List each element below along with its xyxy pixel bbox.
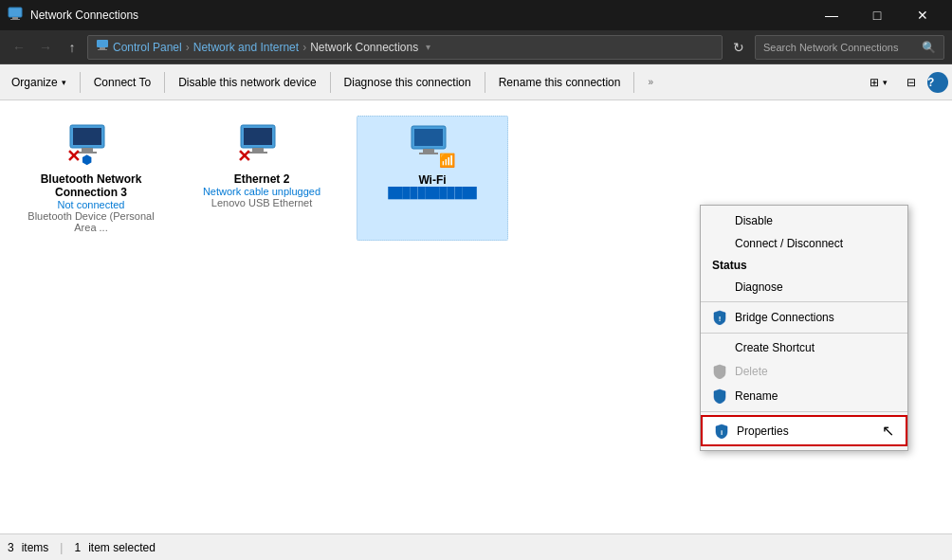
- toolbar-separator-3: [330, 72, 331, 93]
- back-button[interactable]: ←: [8, 36, 30, 59]
- ctx-sep-3: [701, 411, 907, 412]
- item-detail: Bluetooth Device (Personal Area ...: [23, 210, 159, 233]
- svg-rect-8: [82, 148, 93, 152]
- ctx-sep-2: [701, 333, 907, 334]
- organize-label: Organize: [11, 76, 58, 89]
- list-item[interactable]: ✕ ⬢ Bluetooth Network Connection 3 Not c…: [15, 116, 167, 241]
- organize-button[interactable]: Organize ▾: [4, 68, 74, 97]
- forward-button[interactable]: →: [34, 36, 57, 59]
- selected-label: item selected: [88, 541, 156, 554]
- view-chevron: ▾: [883, 78, 888, 87]
- svg-rect-1: [12, 17, 18, 19]
- disable-label: Disable this network device: [178, 76, 316, 89]
- status-bar: 3 items | 1 item selected: [0, 533, 952, 560]
- svg-rect-15: [414, 129, 443, 146]
- preview-button[interactable]: ⊟: [899, 68, 924, 97]
- status-separator: |: [60, 541, 63, 554]
- context-menu: Disable Connect / Disconnect Status Diag…: [700, 205, 908, 451]
- app-icon: [8, 7, 23, 25]
- error-overlay: ✕: [237, 148, 251, 165]
- close-button[interactable]: ✕: [901, 2, 944, 28]
- ctx-properties[interactable]: i Properties ↖: [701, 415, 907, 446]
- items-label: items: [22, 541, 49, 554]
- ctx-diagnose[interactable]: Diagnose: [701, 276, 907, 298]
- title-bar: Network Connections — □ ✕: [0, 0, 952, 30]
- view-button[interactable]: ⊞ ▾: [862, 68, 895, 97]
- shield-icon-properties: i: [714, 424, 729, 439]
- diagnose-label: Diagnose this connection: [344, 76, 471, 89]
- breadcrumb-expand[interactable]: ▾: [426, 42, 430, 52]
- more-label: »: [648, 77, 653, 87]
- ctx-connect[interactable]: Connect / Disconnect: [701, 232, 907, 255]
- cursor-icon: ↖: [882, 422, 894, 440]
- toolbar-right: ⊞ ▾ ⊟ ?: [862, 68, 948, 97]
- toolbar-separator-4: [485, 72, 485, 93]
- item-detail: Lenovo USB Ethernet: [211, 197, 312, 208]
- ctx-properties-label: Properties: [737, 425, 789, 438]
- svg-rect-11: [244, 128, 272, 145]
- ctx-diagnose-label: Diagnose: [735, 280, 783, 294]
- search-placeholder: Search Network Connections: [763, 42, 898, 53]
- svg-rect-0: [9, 8, 22, 17]
- connect-to-button[interactable]: Connect To: [86, 68, 159, 97]
- bluetooth-icon: ✕ ⬢: [68, 123, 114, 169]
- shield-icon-delete: [712, 364, 727, 379]
- ctx-sep-1: [701, 301, 907, 302]
- more-button[interactable]: »: [640, 68, 661, 97]
- search-box[interactable]: Search Network Connections 🔍: [755, 35, 944, 60]
- ctx-delete[interactable]: Delete: [701, 359, 907, 384]
- svg-text:!: !: [719, 315, 722, 323]
- breadcrumb: Control Panel › Network and Internet › N…: [87, 35, 723, 60]
- item-status: ████████████: [388, 187, 477, 198]
- help-label: ?: [927, 76, 934, 89]
- svg-rect-2: [10, 19, 20, 20]
- svg-rect-13: [248, 152, 267, 154]
- view-icon: ⊞: [870, 76, 879, 89]
- minimize-button[interactable]: —: [810, 2, 853, 28]
- address-bar: ← → ↑ Control Panel › Network and Intern…: [0, 30, 952, 64]
- shield-icon-rename: [712, 388, 727, 404]
- connect-label: Connect To: [94, 76, 152, 89]
- window-controls: — □ ✕: [810, 2, 944, 28]
- item-status: Network cable unplugged: [203, 186, 320, 197]
- shield-icon-bridge: !: [712, 310, 727, 325]
- ctx-rename[interactable]: Rename: [701, 384, 907, 408]
- item-name: Wi-Fi: [418, 173, 446, 187]
- error-overlay: ✕: [66, 148, 81, 165]
- disable-button[interactable]: Disable this network device: [171, 68, 323, 97]
- ctx-delete-label: Delete: [735, 365, 768, 378]
- ctx-status-label: Status: [701, 255, 907, 276]
- diagnose-button[interactable]: Diagnose this connection: [337, 68, 479, 97]
- selected-count: 1: [74, 541, 81, 554]
- breadcrumb-control-panel[interactable]: Control Panel: [113, 41, 182, 54]
- ctx-shortcut[interactable]: Create Shortcut: [701, 336, 907, 359]
- bluetooth-overlay: ⬢: [82, 153, 92, 167]
- item-status: Not connected: [58, 199, 125, 210]
- up-button[interactable]: ↑: [61, 36, 83, 59]
- breadcrumb-icon: [96, 39, 109, 55]
- wifi-signal-overlay: 📶: [439, 153, 455, 168]
- item-count: 3: [8, 541, 14, 554]
- help-button[interactable]: ?: [927, 72, 948, 93]
- svg-rect-17: [419, 153, 438, 154]
- organize-chevron: ▾: [62, 78, 66, 87]
- breadcrumb-current: Network Connections: [310, 41, 418, 54]
- item-name: Ethernet 2: [234, 172, 290, 186]
- list-item[interactable]: ✕ Ethernet 2 Network cable unplugged Len…: [186, 116, 338, 241]
- window-title: Network Connections: [30, 9, 802, 22]
- ctx-rename-label: Rename: [735, 389, 778, 403]
- toolbar: Organize ▾ Connect To Disable this netwo…: [0, 64, 952, 100]
- main-content: ✕ ⬢ Bluetooth Network Connection 3 Not c…: [0, 100, 952, 533]
- list-item[interactable]: 📶 Wi-Fi ████████████: [357, 116, 508, 241]
- ctx-disable[interactable]: Disable: [701, 209, 907, 232]
- svg-rect-4: [100, 47, 105, 49]
- breadcrumb-network[interactable]: Network and Internet: [193, 41, 299, 54]
- ctx-bridge[interactable]: ! Bridge Connections: [701, 305, 907, 330]
- svg-rect-16: [423, 149, 434, 153]
- toolbar-separator-1: [80, 72, 81, 93]
- refresh-button[interactable]: ↻: [726, 35, 751, 60]
- rename-button[interactable]: Rename this connection: [491, 68, 629, 97]
- search-icon: 🔍: [922, 41, 936, 54]
- preview-icon: ⊟: [906, 76, 916, 89]
- maximize-button[interactable]: □: [855, 2, 899, 28]
